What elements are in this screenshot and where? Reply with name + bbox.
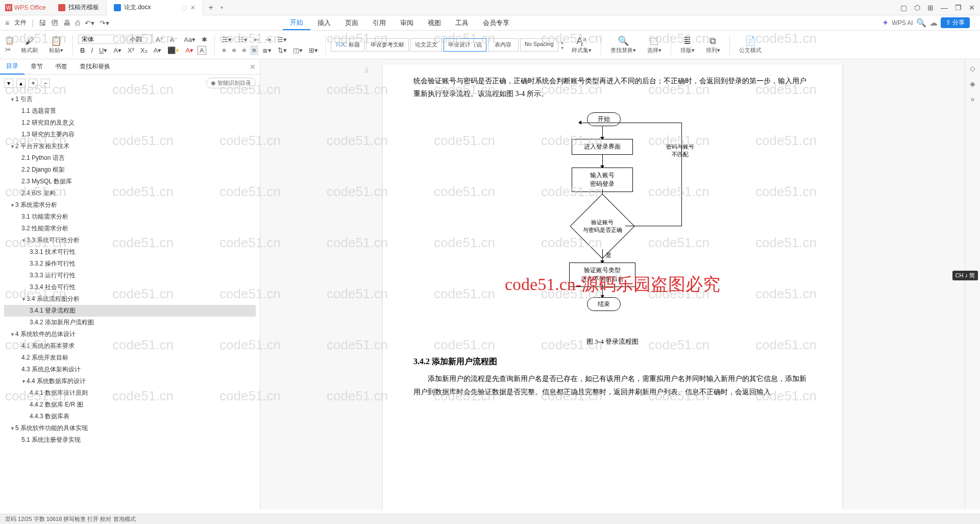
strikethrough-icon[interactable]: A▾: [111, 45, 124, 55]
toc-item[interactable]: 3.2 性能需求分析: [4, 223, 256, 234]
window-menu-icon[interactable]: ▢: [900, 4, 907, 12]
toc-item[interactable]: ▼4.4 系统数据库的设计: [4, 375, 256, 387]
indent-increase-icon[interactable]: ⇥: [263, 35, 273, 44]
toc-item[interactable]: 3.3.3 运行可行性: [4, 270, 256, 281]
smart-toc-button[interactable]: ◉智能识别目录: [206, 78, 256, 88]
close-button[interactable]: ✕: [969, 4, 975, 12]
avatar-icon[interactable]: ⊞: [927, 4, 934, 12]
toc-item[interactable]: 1.2 研究目的及意义: [4, 117, 256, 129]
toc-item[interactable]: 4.2 系统开发目标: [4, 352, 256, 364]
toc-item[interactable]: 3.4.1 登录流程图: [4, 305, 256, 317]
bold-icon[interactable]: B: [78, 45, 87, 55]
sidebar-tab-bookmark[interactable]: 书签: [49, 59, 74, 75]
sidebar-tab-find[interactable]: 查找和替换: [74, 59, 116, 75]
justify-icon[interactable]: ≡: [250, 45, 258, 55]
sidebar-close-icon[interactable]: ✕: [246, 63, 260, 71]
style-set-button[interactable]: Ąᵃ 样式集▾: [568, 35, 596, 54]
style-toc[interactable]: TOC TOC 标题标题: [331, 38, 364, 52]
file-menu[interactable]: 文件: [14, 18, 27, 27]
toc-item[interactable]: 3.3.2 操作可行性: [4, 258, 256, 270]
rail-tool-icon[interactable]: ◇: [970, 64, 975, 73]
document-viewport[interactable]: ⠿ 统会验证账号与密码是否正确，正确时系统会判断账号类型再进入不同的后台；不正确…: [260, 59, 965, 510]
rail-expand-icon[interactable]: »: [971, 95, 975, 103]
toc-item[interactable]: 2.1 Python 语言: [4, 152, 256, 164]
tab-template[interactable]: 找稿壳模板: [51, 0, 107, 15]
tab-document[interactable]: 论文.docx ◌ ✕: [107, 0, 204, 15]
sidebar-tab-toc[interactable]: 目录: [0, 59, 24, 75]
toc-item[interactable]: 2.2 Django 框架: [4, 164, 256, 176]
menu-member[interactable]: 会员专享: [476, 16, 517, 30]
sort-button[interactable]: ≣ 排版▾: [676, 35, 699, 54]
numbering-icon[interactable]: ☷▾: [236, 35, 250, 44]
style-design[interactable]: 毕业设计（说: [444, 38, 486, 52]
official-mode-button[interactable]: 📄 公文模式: [735, 35, 766, 54]
toc-item[interactable]: 3.1 功能需求分析: [4, 211, 256, 223]
tab-add-button[interactable]: +: [203, 3, 218, 12]
clear-format-icon[interactable]: ✱: [200, 35, 209, 44]
menu-review[interactable]: 审阅: [393, 16, 421, 30]
toc-item[interactable]: ▼3.4 系统流程图分析: [4, 293, 256, 305]
toc-item[interactable]: 3.4.2 添加新用户流程图: [4, 317, 256, 328]
style-table[interactable]: 表内容: [488, 38, 519, 52]
menu-page[interactable]: 页面: [338, 16, 365, 30]
copy-icon[interactable]: 📋: [5, 36, 14, 44]
cube-icon[interactable]: ⬡: [914, 4, 920, 12]
borders-icon[interactable]: ⊞▾: [307, 45, 320, 55]
subscript-icon[interactable]: X₂: [138, 45, 150, 55]
paste-button[interactable]: 📋 粘贴▾: [45, 35, 67, 54]
toc-item[interactable]: 4.4.3 数据库表: [4, 411, 256, 422]
toc-item[interactable]: 5.1 系统注册登录实现: [4, 434, 256, 446]
select-button[interactable]: ⬚ 选择▾: [643, 35, 666, 54]
shading-icon[interactable]: ◫▾: [291, 45, 305, 55]
find-replace-button[interactable]: 🔍 查找替换▾: [606, 35, 640, 54]
toc-item[interactable]: 2.3 MySQL 数据库: [4, 176, 256, 187]
change-case-icon[interactable]: Aa▾: [182, 35, 198, 44]
align-center-icon[interactable]: ≡: [230, 45, 238, 55]
align-left-icon[interactable]: ≡: [220, 45, 228, 55]
toc-item[interactable]: ▼5 系统软件功能的具体实现: [4, 422, 256, 434]
indent-decrease-icon[interactable]: ⇤: [252, 35, 261, 44]
maximize-button[interactable]: ❐: [955, 4, 962, 12]
style-body[interactable]: 论文正文: [410, 38, 442, 52]
menu-start[interactable]: 开始: [283, 16, 310, 30]
ime-badge[interactable]: CH ♪ 简: [952, 271, 978, 280]
highlight-icon[interactable]: ⬛▾: [165, 45, 181, 55]
close-icon[interactable]: ✕: [190, 4, 195, 11]
toc-item[interactable]: ▼3 系统需求分析: [4, 199, 256, 211]
print-preview-icon[interactable]: 🖶: [63, 19, 70, 27]
cloud-icon[interactable]: ☁: [929, 18, 938, 28]
menu-view[interactable]: 视图: [421, 16, 448, 30]
font-size-select[interactable]: [126, 35, 152, 44]
style-nospacing[interactable]: No Spacing: [520, 38, 558, 52]
toc-item[interactable]: 3.3.4 社会可行性: [4, 281, 256, 293]
menu-tools[interactable]: 工具: [448, 16, 476, 30]
style-ref[interactable]: 毕设参考文献: [366, 38, 409, 52]
align-right-icon[interactable]: ≡: [240, 45, 248, 55]
toc-item[interactable]: ▼4 系统软件的总体设计: [4, 328, 256, 340]
menu-reference[interactable]: 引用: [365, 16, 393, 30]
line-spacing-icon[interactable]: ⇅▾: [276, 45, 289, 55]
bullets-icon[interactable]: ☰▾: [220, 35, 234, 44]
arrange-button[interactable]: ⧉ 排列▾: [702, 36, 724, 54]
distribute-icon[interactable]: ≣▾: [260, 45, 274, 55]
decrease-font-icon[interactable]: A⁻: [168, 35, 180, 44]
share-button[interactable]: ⇪ 分享: [941, 17, 970, 28]
export-icon[interactable]: ⎙: [76, 19, 80, 27]
print-icon[interactable]: 伵: [51, 18, 58, 28]
sidebar-tab-chapter[interactable]: 章节: [24, 59, 49, 75]
wps-ai-label[interactable]: WPS AI: [892, 19, 913, 27]
toc-remove-button[interactable]: −: [41, 79, 50, 88]
toc-up-button[interactable]: ▴: [16, 79, 26, 88]
toc-item[interactable]: ▼3.3 系统可行性分析: [4, 234, 256, 246]
drag-handle-icon[interactable]: ⠿: [364, 67, 369, 75]
text-effects-icon[interactable]: A▾: [152, 45, 164, 55]
toc-item[interactable]: ▼1 引言: [4, 93, 256, 105]
wps-ai-icon[interactable]: ✦: [882, 18, 889, 28]
toc-item[interactable]: 4.4.2 数据库 E/R 图: [4, 399, 256, 411]
cut-icon[interactable]: ✂: [5, 45, 14, 54]
style-scroll[interactable]: ▴▾: [560, 38, 565, 52]
search-icon[interactable]: 🔍: [916, 18, 926, 28]
font-name-select[interactable]: [78, 35, 124, 44]
tab-dropdown-icon[interactable]: ▾: [220, 5, 223, 10]
toc-item[interactable]: ▼2 平台开发相关技术: [4, 140, 256, 152]
